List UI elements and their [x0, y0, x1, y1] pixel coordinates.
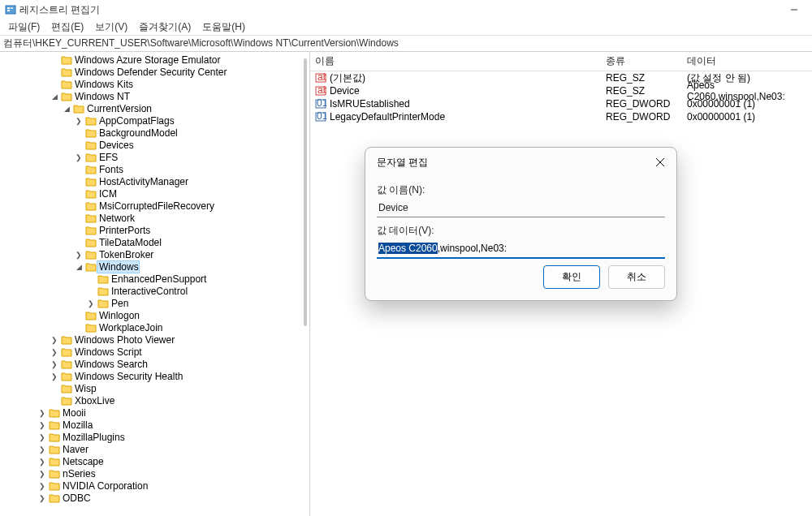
folder-icon [84, 164, 97, 175]
folder-icon [48, 468, 61, 479]
value-row[interactable]: 011LegacyDefaultPrinterModeREG_DWORD0x00… [310, 110, 812, 123]
tree-item-label: Wisp [73, 383, 97, 394]
folder-icon [48, 407, 61, 419]
chevron-right-icon[interactable]: ❯ [49, 348, 60, 356]
value-name: IsMRUEstablished [330, 98, 410, 110]
tree-item[interactable]: ❯AppCompatFlags [0, 114, 309, 127]
tree-item[interactable]: ❯Windows Photo Viewer [0, 333, 309, 346]
tree-item[interactable]: MsiCorruptedFileRecovery [0, 200, 309, 212]
chevron-right-icon[interactable]: ❯ [37, 421, 48, 429]
value-data: 0x00000001 (1) [682, 98, 812, 110]
tree-item[interactable]: ICM [0, 187, 309, 200]
folder-icon [84, 237, 97, 248]
binary-value-icon: 011 [315, 111, 326, 123]
tree-item-label: Windows Azure Storage Emulator [73, 54, 220, 66]
tree-item[interactable]: ❯Netscape [0, 455, 309, 467]
svg-rect-0 [6, 6, 15, 14]
folder-icon [84, 176, 97, 187]
menu-view[interactable]: 보기(V) [90, 19, 132, 36]
chevron-down-icon[interactable]: ◢ [73, 263, 84, 271]
folder-icon [97, 273, 110, 285]
chevron-right-icon[interactable]: ❯ [37, 470, 48, 478]
tree-item[interactable]: ❯TokenBroker [0, 248, 309, 260]
values-pane[interactable]: 이름 종류 데이터 ab(기본값)REG_SZ(값 설정 안 됨)abDevic… [310, 52, 812, 516]
tree-item[interactable]: ❯Windows Security Health [0, 370, 309, 382]
address-bar[interactable]: 컴퓨터\HKEY_CURRENT_USER\Software\Microsoft… [0, 36, 812, 52]
scrollbar-thumb[interactable] [304, 58, 307, 326]
tree-item[interactable]: ❯Mozilla [0, 419, 309, 431]
tree-item[interactable]: Winlogon [0, 309, 309, 321]
col-type[interactable]: 종류 [601, 52, 682, 71]
tree-item[interactable]: Wisp [0, 382, 309, 394]
tree-item-label: EnhancedPenSupport [110, 273, 206, 285]
tree-item[interactable]: ❯EFS [0, 151, 309, 163]
tree-item[interactable]: XboxLive [0, 394, 309, 406]
chevron-right-icon[interactable]: ❯ [37, 433, 48, 441]
tree-item[interactable]: Windows Azure Storage Emulator [0, 54, 309, 66]
tree-item[interactable]: ◢Windows NT [0, 90, 309, 102]
tree-item[interactable]: ❯MozillaPlugins [0, 431, 309, 443]
tree-item[interactable]: ❯ODBC [0, 492, 309, 504]
tree-item[interactable]: WorkplaceJoin [0, 321, 309, 333]
value-row[interactable]: abDeviceREG_SZApeos C2060,winspool,Ne03: [310, 84, 812, 97]
tree-item[interactable]: ❯Mooii [0, 406, 309, 419]
tree-item[interactable]: ◢Windows [0, 260, 309, 273]
tree-item[interactable]: Windows Defender Security Center [0, 66, 309, 78]
tree-item[interactable]: ◢CurrentVersion [0, 102, 309, 114]
chevron-right-icon[interactable]: ❯ [37, 409, 48, 417]
value-row[interactable]: 011IsMRUEstablishedREG_DWORD0x00000001 (… [310, 97, 812, 110]
chevron-down-icon[interactable]: ◢ [61, 105, 72, 113]
tree-item[interactable]: EnhancedPenSupport [0, 273, 309, 285]
tree-item-label: MozillaPlugins [61, 432, 125, 443]
folder-icon [48, 492, 61, 504]
string-value-icon: ab [315, 85, 326, 97]
chevron-right-icon[interactable]: ❯ [37, 494, 48, 502]
chevron-right-icon[interactable]: ❯ [73, 153, 84, 161]
menu-help[interactable]: 도움말(H) [197, 19, 250, 36]
tree-pane[interactable]: Windows Azure Storage EmulatorWindows De… [0, 52, 310, 516]
chevron-right-icon[interactable]: ❯ [73, 251, 84, 259]
tree-item[interactable]: PrinterPorts [0, 224, 309, 236]
col-name[interactable]: 이름 [310, 52, 601, 71]
tree-item-label: Naver [61, 444, 89, 455]
chevron-down-icon[interactable]: ◢ [49, 92, 60, 101]
tree-item[interactable]: Windows Kits [0, 78, 309, 90]
tree-item[interactable]: ❯nSeries [0, 467, 309, 479]
menu-favorites[interactable]: 즐겨찾기(A) [134, 19, 196, 36]
menu-edit[interactable]: 편집(E) [46, 19, 89, 36]
chevron-right-icon[interactable]: ❯ [37, 445, 48, 454]
svg-rect-3 [11, 7, 13, 9]
col-data[interactable]: 데이터 [682, 52, 812, 71]
folder-icon [60, 67, 73, 78]
tree-item[interactable]: Fonts [0, 163, 309, 175]
tree-item[interactable]: ❯Naver [0, 443, 309, 455]
address-text: 컴퓨터\HKEY_CURRENT_USER\Software\Microsoft… [3, 37, 399, 50]
chevron-right-icon[interactable]: ❯ [85, 299, 97, 307]
tree-item[interactable]: ❯NVIDIA Corporation [0, 479, 309, 492]
tree-item[interactable]: ❯Windows Script [0, 346, 309, 358]
svg-text:ab: ab [317, 72, 326, 83]
tree-item-label: Mooii [61, 407, 86, 419]
folder-icon [84, 140, 97, 151]
chevron-right-icon[interactable]: ❯ [49, 372, 60, 381]
folder-icon [48, 432, 61, 443]
tree-item[interactable]: ❯Windows Search [0, 358, 309, 370]
chevron-right-icon[interactable]: ❯ [73, 117, 84, 125]
tree-item[interactable]: BackgroundModel [0, 127, 309, 139]
menu-file[interactable]: 파일(F) [3, 19, 45, 36]
chevron-right-icon[interactable]: ❯ [49, 336, 60, 344]
tree-item[interactable]: InteractiveControl [0, 285, 309, 297]
folder-icon [60, 395, 73, 406]
chevron-right-icon[interactable]: ❯ [37, 458, 48, 466]
tree-item[interactable]: Network [0, 212, 309, 224]
tree-item-label: Windows Security Health [73, 371, 183, 382]
tree-item[interactable]: HostActivityManager [0, 175, 309, 187]
tree-item-label: nSeries [61, 468, 96, 479]
chevron-right-icon[interactable]: ❯ [37, 482, 48, 490]
minimize-button[interactable] [776, 0, 812, 19]
chevron-right-icon[interactable]: ❯ [49, 360, 60, 368]
folder-icon [84, 188, 97, 200]
tree-item[interactable]: TileDataModel [0, 236, 309, 248]
tree-item[interactable]: ❯Pen [0, 297, 309, 309]
tree-item[interactable]: Devices [0, 139, 309, 151]
